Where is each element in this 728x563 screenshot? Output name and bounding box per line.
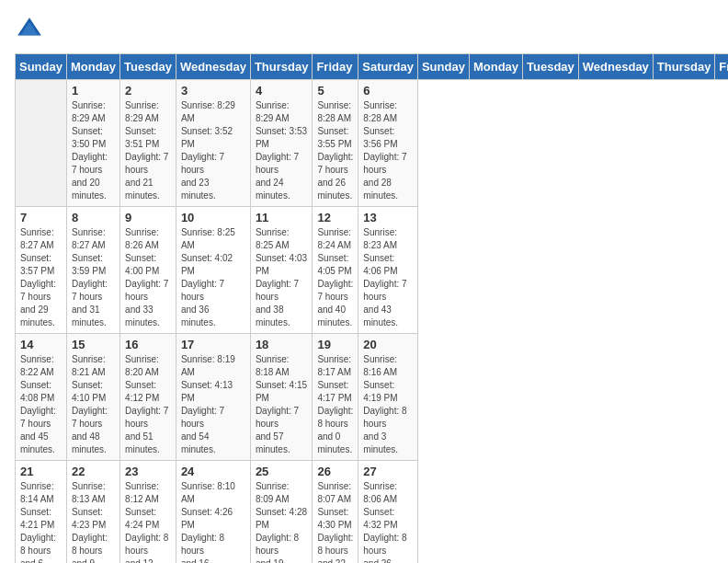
day-cell: 15Sunrise: 8:21 AM Sunset: 4:10 PM Dayli… [66,334,119,461]
day-info: Sunrise: 8:20 AM Sunset: 4:12 PM Dayligh… [125,353,171,456]
day-cell: 5Sunrise: 8:28 AM Sunset: 3:55 PM Daylig… [313,80,358,207]
day-cell: 10Sunrise: 8:25 AM Sunset: 4:02 PM Dayli… [176,207,250,334]
header-saturday: Saturday [358,54,418,80]
col-header-friday: Friday [715,54,728,80]
day-cell: 23Sunrise: 8:12 AM Sunset: 4:24 PM Dayli… [120,461,176,564]
day-cell: 27Sunrise: 8:06 AM Sunset: 4:32 PM Dayli… [358,461,418,564]
week-row-4: 21Sunrise: 8:14 AM Sunset: 4:21 PM Dayli… [16,461,729,564]
page-header [15,15,713,44]
day-cell: 12Sunrise: 8:24 AM Sunset: 4:05 PM Dayli… [313,207,358,334]
day-number: 9 [125,211,171,224]
day-number: 11 [256,211,308,224]
day-info: Sunrise: 8:17 AM Sunset: 4:17 PM Dayligh… [317,353,353,456]
calendar-table: SundayMondayTuesdayWednesdayThursdayFrid… [15,53,728,563]
day-cell: 11Sunrise: 8:25 AM Sunset: 4:03 PM Dayli… [250,207,313,334]
day-cell: 6Sunrise: 8:28 AM Sunset: 3:56 PM Daylig… [358,80,418,207]
day-number: 19 [317,338,353,351]
day-cell: 25Sunrise: 8:09 AM Sunset: 4:28 PM Dayli… [250,461,313,564]
day-number: 16 [125,338,171,351]
day-info: Sunrise: 8:24 AM Sunset: 4:05 PM Dayligh… [317,226,353,329]
day-number: 10 [181,211,245,224]
day-cell: 13Sunrise: 8:23 AM Sunset: 4:06 PM Dayli… [358,207,418,334]
logo [15,15,48,44]
col-header-sunday: Sunday [417,54,469,80]
col-header-thursday: Thursday [653,54,715,80]
day-number: 21 [20,465,62,478]
day-info: Sunrise: 8:07 AM Sunset: 4:30 PM Dayligh… [317,480,353,563]
day-info: Sunrise: 8:25 AM Sunset: 4:03 PM Dayligh… [256,226,308,329]
header-sunday: Sunday [16,54,67,80]
header-wednesday: Wednesday [176,54,250,80]
day-info: Sunrise: 8:25 AM Sunset: 4:02 PM Dayligh… [181,226,245,329]
day-info: Sunrise: 8:27 AM Sunset: 3:59 PM Dayligh… [72,226,115,329]
day-info: Sunrise: 8:13 AM Sunset: 4:23 PM Dayligh… [72,480,115,563]
week-row-2: 7Sunrise: 8:27 AM Sunset: 3:57 PM Daylig… [16,207,729,334]
day-number: 26 [317,465,353,478]
day-number: 27 [363,465,413,478]
day-info: Sunrise: 8:09 AM Sunset: 4:28 PM Dayligh… [256,480,308,563]
day-info: Sunrise: 8:16 AM Sunset: 4:19 PM Dayligh… [363,353,413,456]
day-info: Sunrise: 8:29 AM Sunset: 3:53 PM Dayligh… [256,99,308,202]
day-number: 4 [256,84,308,98]
col-header-monday: Monday [469,54,522,80]
col-header-wednesday: Wednesday [578,54,653,80]
day-number: 8 [72,211,115,224]
day-cell: 3Sunrise: 8:29 AM Sunset: 3:52 PM Daylig… [176,80,250,207]
day-cell: 14Sunrise: 8:22 AM Sunset: 4:08 PM Dayli… [16,334,67,461]
logo-icon [15,15,44,44]
day-number: 15 [72,338,115,351]
day-cell: 16Sunrise: 8:20 AM Sunset: 4:12 PM Dayli… [120,334,176,461]
day-number: 13 [363,211,413,224]
day-info: Sunrise: 8:26 AM Sunset: 4:00 PM Dayligh… [125,226,171,329]
day-number: 7 [20,211,62,224]
day-info: Sunrise: 8:18 AM Sunset: 4:15 PM Dayligh… [256,353,308,456]
day-info: Sunrise: 8:19 AM Sunset: 4:13 PM Dayligh… [181,353,245,456]
day-info: Sunrise: 8:28 AM Sunset: 3:55 PM Dayligh… [317,99,353,202]
day-number: 14 [20,338,62,351]
day-cell: 22Sunrise: 8:13 AM Sunset: 4:23 PM Dayli… [66,461,119,564]
day-cell: 24Sunrise: 8:10 AM Sunset: 4:26 PM Dayli… [176,461,250,564]
day-number: 5 [317,84,353,98]
header-monday: Monday [66,54,119,80]
day-info: Sunrise: 8:29 AM Sunset: 3:50 PM Dayligh… [72,99,115,202]
day-cell: 1Sunrise: 8:29 AM Sunset: 3:50 PM Daylig… [66,80,119,207]
day-number: 12 [317,211,353,224]
day-cell: 9Sunrise: 8:26 AM Sunset: 4:00 PM Daylig… [120,207,176,334]
col-header-tuesday: Tuesday [523,54,579,80]
day-number: 20 [363,338,413,351]
day-info: Sunrise: 8:23 AM Sunset: 4:06 PM Dayligh… [363,226,413,329]
day-number: 24 [181,465,245,478]
day-info: Sunrise: 8:29 AM Sunset: 3:52 PM Dayligh… [181,99,245,202]
day-cell: 26Sunrise: 8:07 AM Sunset: 4:30 PM Dayli… [313,461,358,564]
day-info: Sunrise: 8:06 AM Sunset: 4:32 PM Dayligh… [363,480,413,563]
day-info: Sunrise: 8:14 AM Sunset: 4:21 PM Dayligh… [20,480,62,563]
week-row-1: 1Sunrise: 8:29 AM Sunset: 3:50 PM Daylig… [16,80,729,207]
day-info: Sunrise: 8:28 AM Sunset: 3:56 PM Dayligh… [363,99,413,202]
header-friday: Friday [313,54,358,80]
day-info: Sunrise: 8:29 AM Sunset: 3:51 PM Dayligh… [125,99,171,202]
header-thursday: Thursday [250,54,313,80]
day-number: 2 [125,84,171,98]
day-info: Sunrise: 8:27 AM Sunset: 3:57 PM Dayligh… [20,226,62,329]
day-cell: 19Sunrise: 8:17 AM Sunset: 4:17 PM Dayli… [313,334,358,461]
day-cell [16,80,67,207]
day-info: Sunrise: 8:12 AM Sunset: 4:24 PM Dayligh… [125,480,171,563]
day-number: 25 [256,465,308,478]
day-info: Sunrise: 8:10 AM Sunset: 4:26 PM Dayligh… [181,480,245,563]
day-cell: 18Sunrise: 8:18 AM Sunset: 4:15 PM Dayli… [250,334,313,461]
day-number: 6 [363,84,413,98]
day-cell: 4Sunrise: 8:29 AM Sunset: 3:53 PM Daylig… [250,80,313,207]
header-tuesday: Tuesday [120,54,176,80]
week-row-3: 14Sunrise: 8:22 AM Sunset: 4:08 PM Dayli… [16,334,729,461]
day-number: 22 [72,465,115,478]
calendar-header-row: SundayMondayTuesdayWednesdayThursdayFrid… [16,54,729,80]
day-info: Sunrise: 8:21 AM Sunset: 4:10 PM Dayligh… [72,353,115,456]
day-cell: 17Sunrise: 8:19 AM Sunset: 4:13 PM Dayli… [176,334,250,461]
day-number: 18 [256,338,308,351]
day-number: 23 [125,465,171,478]
day-cell: 20Sunrise: 8:16 AM Sunset: 4:19 PM Dayli… [358,334,418,461]
day-cell: 21Sunrise: 8:14 AM Sunset: 4:21 PM Dayli… [16,461,67,564]
day-cell: 7Sunrise: 8:27 AM Sunset: 3:57 PM Daylig… [16,207,67,334]
day-cell: 2Sunrise: 8:29 AM Sunset: 3:51 PM Daylig… [120,80,176,207]
day-info: Sunrise: 8:22 AM Sunset: 4:08 PM Dayligh… [20,353,62,456]
